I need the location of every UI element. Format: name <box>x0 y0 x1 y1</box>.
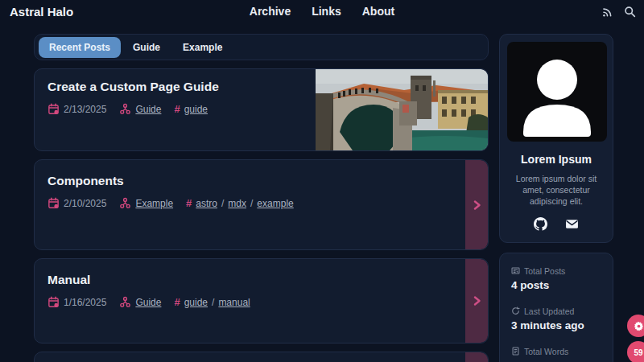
post-date-group: 1/16/2025 <box>47 296 106 308</box>
profile-name: Lorem Ipsum <box>507 153 605 166</box>
chevron-right-icon <box>470 199 483 212</box>
stat-value-text: 1185 words <box>511 360 601 362</box>
sidebar: Lorem Ipsum Lorem ipsum dolor sit amet, … <box>499 34 613 362</box>
calendar-clock-icon <box>47 103 60 115</box>
gear-icon <box>634 321 644 331</box>
stat-label-text: Total Posts <box>524 266 565 276</box>
post-category-link[interactable]: Example <box>135 198 173 209</box>
post-date: 2/13/2025 <box>64 104 106 115</box>
person-icon <box>507 42 607 142</box>
scroll-percent-fab[interactable]: 59 <box>627 341 644 362</box>
tab-recent-posts[interactable]: Recent Posts <box>39 37 121 58</box>
post-open-strip[interactable] <box>465 160 488 249</box>
nav-link-about[interactable]: About <box>362 5 394 18</box>
post-card[interactable]: Manual 1/16/2025 Guide <box>34 258 489 343</box>
chevron-right-icon <box>470 294 483 307</box>
tab-guide[interactable]: Guide <box>122 37 171 58</box>
calendar-clock-icon <box>47 197 60 209</box>
stat-value-text: 3 minutes ago <box>511 319 601 331</box>
stat-label-text: Total Words <box>524 347 568 356</box>
post-card-body: Create a Custom Page Guide 2/13/2025 Gui… <box>35 69 316 150</box>
tag-separator: / <box>212 297 214 308</box>
search-icon[interactable] <box>623 5 636 18</box>
post-open-strip[interactable] <box>465 259 488 343</box>
navbar-actions <box>601 5 636 18</box>
stat-label-text: Last Updated <box>524 306 574 316</box>
post-open-strip[interactable] <box>465 352 488 362</box>
tag-separator: / <box>221 198 224 209</box>
post-category-group: Guide <box>119 296 161 308</box>
post-category-link[interactable]: Guide <box>135 297 161 308</box>
navbar: Astral Halo Archive Links About <box>0 0 644 23</box>
post-card-body <box>35 352 488 362</box>
tag-separator: / <box>250 198 253 209</box>
post-date-group: 2/10/2025 <box>47 197 106 209</box>
document-icon <box>511 347 520 356</box>
category-icon <box>119 197 131 209</box>
post-tags-group: # guide / manual <box>174 296 250 308</box>
category-icon <box>119 103 131 115</box>
post-date: 1/16/2025 <box>64 297 106 308</box>
post-title[interactable]: Manual <box>47 273 475 287</box>
post-date-group: 2/13/2025 <box>47 103 106 115</box>
post-meta: 2/13/2025 Guide # guide <box>47 103 303 115</box>
stat-value-text: 4 posts <box>511 279 601 291</box>
category-tabs: Recent Posts Guide Example <box>34 34 489 60</box>
github-icon[interactable] <box>534 217 547 231</box>
settings-fab[interactable] <box>627 315 644 337</box>
post-tags-group: # astro / mdx / example <box>186 197 294 209</box>
post-card[interactable]: Create a Custom Page Guide 2/13/2025 Gui… <box>34 68 489 151</box>
post-meta: 1/16/2025 Guide # guide / manual <box>47 296 475 308</box>
rss-icon[interactable] <box>601 5 613 18</box>
avatar[interactable] <box>507 42 607 142</box>
post-tag-link[interactable]: example <box>257 198 293 209</box>
calendar-clock-icon <box>47 296 60 308</box>
post-card-partial[interactable] <box>34 352 489 362</box>
profile-bio: Lorem ipsum dolor sit amet, consectetur … <box>507 173 605 208</box>
post-meta: 2/10/2025 Example # astro / mdx / <box>47 197 475 209</box>
social-links <box>507 217 605 231</box>
mail-icon[interactable] <box>565 217 579 231</box>
category-icon <box>119 296 131 308</box>
main-nav: Archive Links About <box>250 5 394 18</box>
post-title[interactable]: Create a Custom Page Guide <box>47 80 303 94</box>
hash-icon: # <box>174 103 180 115</box>
newspaper-icon <box>511 266 520 275</box>
post-tag-link[interactable]: astro <box>196 198 217 209</box>
post-card[interactable]: Components 2/10/2025 Example <box>34 159 489 250</box>
stat-total-posts: Total Posts 4 posts <box>511 266 601 291</box>
hash-icon: # <box>186 197 192 209</box>
nav-link-archive[interactable]: Archive <box>250 5 291 18</box>
post-card-body: Manual 1/16/2025 Guide <box>35 259 488 343</box>
post-date: 2/10/2025 <box>64 198 106 209</box>
stat-total-words: Total Words 1185 words <box>511 347 601 362</box>
posts-column: Recent Posts Guide Example Create a Cust… <box>34 34 489 362</box>
main-layout: Recent Posts Guide Example Create a Cust… <box>0 23 644 362</box>
post-tag-link[interactable]: manual <box>218 297 250 308</box>
post-category-link[interactable]: Guide <box>135 104 161 115</box>
nav-link-links[interactable]: Links <box>312 5 341 18</box>
post-category-group: Guide <box>119 103 161 115</box>
post-tags-group: # guide <box>174 103 208 115</box>
post-cover-image[interactable] <box>316 69 488 150</box>
stats-card: Total Posts 4 posts Last Updated 3 minut… <box>499 253 613 362</box>
post-tag-link[interactable]: guide <box>184 297 208 308</box>
post-tag-link[interactable]: guide <box>184 104 208 115</box>
app-root: { "navbar": { "brand": "Astral Halo", "l… <box>0 0 644 362</box>
profile-card: Lorem Ipsum Lorem ipsum dolor sit amet, … <box>499 34 613 243</box>
post-category-group: Example <box>119 197 173 209</box>
post-tag-link[interactable]: mdx <box>228 198 246 209</box>
post-card-body: Components 2/10/2025 Example <box>35 160 488 249</box>
post-title[interactable]: Components <box>47 174 475 188</box>
tab-example[interactable]: Example <box>172 37 233 58</box>
site-title[interactable]: Astral Halo <box>10 5 73 19</box>
refresh-icon <box>511 306 520 315</box>
hash-icon: # <box>174 296 180 308</box>
stat-last-updated: Last Updated 3 minutes ago <box>511 306 601 331</box>
